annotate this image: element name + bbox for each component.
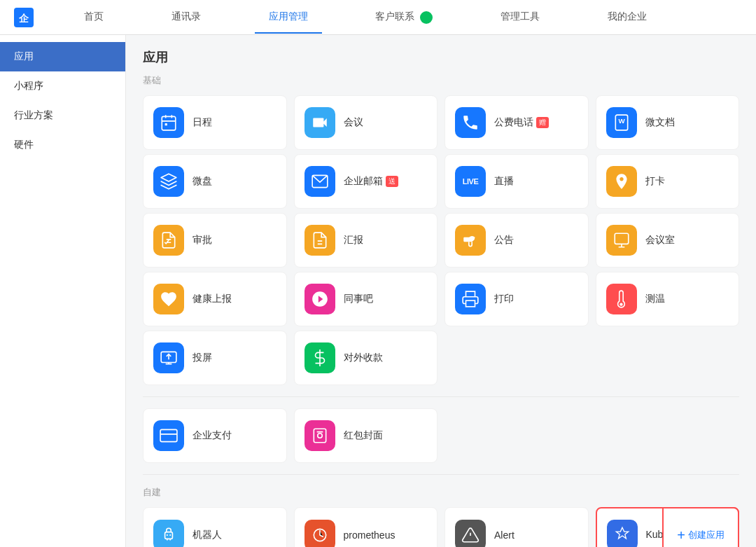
create-app-label: 创建应用: [688, 529, 724, 541]
app-card-health[interactable]: 健康上报: [143, 272, 287, 326]
logo-icon: 企: [14, 8, 34, 27]
app-card-screen[interactable]: 投屏: [143, 331, 287, 385]
app-name-health: 健康上报: [192, 293, 232, 305]
app-name-redpack: 红包封面: [344, 429, 383, 442]
app-card-meetroom[interactable]: 会议室: [596, 213, 740, 268]
sidebar-item-hardware[interactable]: 硬件: [0, 130, 125, 160]
app-name-robot: 机器人: [192, 529, 222, 541]
app-card-prometheus[interactable]: prometheus: [294, 507, 438, 547]
app-name-notice: 公告: [494, 234, 514, 247]
app-icon-temp: [606, 284, 637, 314]
app-name-payment: 对外收款: [344, 352, 383, 364]
create-app-button[interactable]: + 创建应用: [662, 507, 739, 547]
app-icon-doc: W: [606, 107, 637, 138]
sidebar-item-industry[interactable]: 行业方案: [0, 101, 125, 130]
svg-point-26: [317, 434, 322, 438]
mail-badge: 送: [386, 176, 398, 187]
main-content: 应用 基础 日程 会议: [126, 35, 756, 547]
app-name-print: 打印: [494, 293, 514, 305]
svg-rect-23: [160, 429, 177, 441]
app-name-calendar: 日程: [192, 116, 212, 129]
svg-rect-25: [314, 429, 326, 443]
app-card-redpack[interactable]: 红包封面: [294, 408, 438, 463]
app-name-report: 汇报: [344, 234, 363, 247]
section-basic-label: 基础: [143, 74, 739, 87]
app-card-mail[interactable]: 企业邮箱送: [294, 154, 438, 209]
top-navigation: 企 首页 通讯录 应用管理 客户联系 管理工具 我的企业: [0, 0, 756, 35]
app-name-meeting: 会议: [344, 116, 363, 129]
apps-row-4: 健康上报 同事吧 打印 测温: [143, 272, 739, 326]
svg-text:W: W: [618, 117, 625, 125]
app-icon-notice: [455, 225, 486, 256]
app-card-payment[interactable]: 对外收款: [294, 331, 438, 385]
app-icon-prometheus: [304, 520, 335, 547]
app-card-approve[interactable]: 审批: [143, 213, 287, 268]
app-card-meeting[interactable]: 会议: [294, 95, 438, 150]
app-icon-colleagues: [304, 284, 335, 314]
section-divider-2: [143, 474, 739, 475]
app-card-live[interactable]: LIVE 直播: [444, 154, 589, 209]
app-icon-meetroom: [606, 225, 637, 256]
apps-row-5: 投屏 对外收款: [143, 331, 739, 385]
self-built-apps: 机器人 prometheus Alert Kuber: [143, 507, 739, 547]
app-icon-meeting: [304, 107, 335, 138]
app-name-doc: 微文档: [645, 116, 675, 129]
nav-customer[interactable]: 客户联系: [361, 1, 447, 33]
app-card-k8s[interactable]: Kubernetes技术栈 + 创建应用: [596, 507, 740, 547]
apps-row-1: 日程 会议 公费电话赠 W: [143, 95, 739, 150]
app-name-temp: 测温: [645, 293, 665, 305]
app-card-phone[interactable]: 公费电话赠: [444, 95, 589, 150]
app-card-bizpay[interactable]: 企业支付: [143, 408, 287, 463]
sidebar: 应用 小程序 行业方案 硬件: [0, 35, 126, 547]
app-name-prometheus: prometheus: [344, 529, 396, 541]
app-icon-mail: [304, 166, 335, 197]
app-icon-live: LIVE: [455, 166, 486, 197]
app-name-screen: 投屏: [192, 352, 212, 364]
app-card-robot[interactable]: 机器人: [143, 507, 287, 547]
app-card-colleagues[interactable]: 同事吧: [294, 272, 438, 326]
svg-rect-2: [162, 116, 176, 130]
svg-rect-28: [165, 532, 173, 539]
svg-point-29: [167, 534, 168, 536]
nav-app-management[interactable]: 应用管理: [255, 1, 322, 33]
sidebar-item-miniapp[interactable]: 小程序: [0, 71, 125, 101]
app-icon-calendar: [153, 107, 184, 138]
svg-text:企: 企: [18, 13, 29, 24]
app-name-disk: 微盘: [192, 175, 212, 188]
app-name-meetroom: 会议室: [645, 234, 675, 247]
app-card-report[interactable]: 汇报: [294, 213, 438, 268]
app-icon-checkin: [606, 166, 637, 197]
app-name-phone: 公费电话赠: [494, 116, 549, 129]
app-icon-disk: [153, 166, 184, 197]
nav-enterprise[interactable]: 我的企业: [594, 1, 661, 33]
app-card-alert[interactable]: Alert: [444, 507, 589, 547]
app-card-disk[interactable]: 微盘: [143, 154, 287, 209]
wechat-badge: [420, 11, 433, 24]
create-plus-icon: +: [677, 527, 685, 543]
nav-tools[interactable]: 管理工具: [486, 1, 554, 33]
app-name-live: 直播: [494, 175, 514, 188]
svg-point-30: [169, 534, 171, 536]
app-icon-redpack: [304, 420, 335, 451]
app-card-checkin[interactable]: 打卡: [596, 154, 740, 209]
app-card-print[interactable]: 打印: [444, 272, 589, 326]
app-icon-alert: [455, 520, 486, 547]
app-icon-report: [304, 225, 335, 256]
svg-point-19: [620, 303, 622, 305]
app-name-checkin: 打卡: [645, 175, 665, 188]
sidebar-item-apps[interactable]: 应用: [0, 42, 125, 71]
nav-contacts[interactable]: 通讯录: [158, 1, 215, 33]
nav-home[interactable]: 首页: [70, 1, 118, 33]
app-card-doc[interactable]: W 微文档: [596, 95, 740, 150]
app-icon-print: [455, 284, 486, 314]
app-card-calendar[interactable]: 日程: [143, 95, 287, 150]
app-card-notice[interactable]: 公告: [444, 213, 589, 268]
section-selfbuilt-label: 自建: [143, 486, 739, 499]
app-name-bizpay: 企业支付: [192, 429, 232, 442]
nav-items: 首页 通讯录 应用管理 客户联系 管理工具 我的企业: [50, 1, 680, 33]
app-card-temp[interactable]: 测温: [596, 272, 740, 326]
app-icon-screen: [153, 342, 184, 373]
app-icon-phone: [455, 107, 486, 138]
app-icon-health: [153, 284, 184, 314]
phone-badge: 赠: [536, 117, 549, 128]
